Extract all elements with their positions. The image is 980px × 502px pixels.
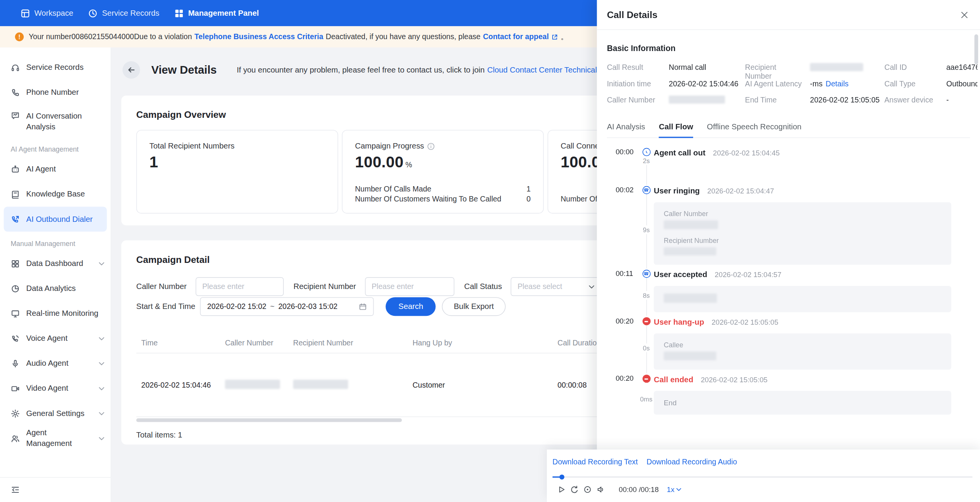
sidebar-item-label: Phone Number — [26, 87, 104, 98]
sidebar-item-service-records[interactable]: Service Records — [0, 55, 111, 80]
tab-offline-speech-recognition[interactable]: Offline Speech Recognition — [707, 122, 801, 137]
sidebar-item-voice-agent[interactable]: Voice Agent — [0, 326, 111, 351]
field-value: Outbound — [946, 79, 977, 88]
banner-link-criteria[interactable]: Telephone Business Access Criteria — [194, 33, 323, 41]
close-icon[interactable] — [960, 10, 969, 19]
sidebar-item-ai-outbound-dialer[interactable]: AI Outbound Dialer — [4, 207, 107, 232]
phone-blue-icon: ☎ — [642, 270, 650, 278]
timeline-title: User accepted — [654, 270, 707, 279]
stat-sub-row: Number Of Calls Made 1 — [355, 185, 530, 195]
slider-knob[interactable] — [560, 474, 564, 479]
nav-item-service-records[interactable]: Service Records — [88, 8, 159, 18]
stat-label: Campaign Progress — [355, 142, 424, 150]
sidebar-item-real-time-monitoring[interactable]: Real-time Monitoring — [0, 301, 111, 326]
field-value: 2026-02-02 15:05:05 — [810, 96, 879, 104]
volume-icon[interactable] — [596, 485, 609, 494]
slider-track[interactable] — [553, 476, 973, 477]
sidebar-item-data-analytics[interactable]: Data Analytics — [0, 276, 111, 301]
stat-sub-label: Number Of Calls Made — [355, 185, 431, 195]
collapse-sidebar-icon[interactable] — [11, 485, 20, 494]
date-range-input[interactable]: 2026-02-02 15:02 ~ 2026-02-03 15:02 — [200, 297, 374, 316]
loop-icon[interactable] — [583, 485, 596, 494]
sidebar-item-agent-management[interactable]: Agent Management — [0, 426, 111, 451]
replay-icon[interactable] — [570, 485, 583, 494]
bulk-export-button[interactable]: Bulk Export — [442, 297, 506, 316]
sidebar-item-knowledge-base[interactable]: Knowledge Base — [0, 182, 111, 206]
nav-item-management-panel[interactable]: Management Panel — [174, 8, 259, 18]
basic-information-grid: Call Result Normal call Recipient Number… — [607, 63, 977, 112]
filter-label: Recipient Number — [293, 282, 356, 291]
redacted-caller-number — [669, 96, 725, 104]
timeline-title: Agent call out — [654, 149, 705, 157]
redacted-caller-number — [225, 379, 280, 388]
external-link-icon — [551, 33, 558, 40]
field-value: - — [946, 96, 949, 104]
column-header-time: Time — [136, 338, 220, 347]
redacted-recipient-number — [664, 247, 717, 255]
timeline-gap: 2s — [643, 156, 650, 165]
player-links: Download Recording Text Download Recordi… — [553, 458, 973, 467]
drawer-scrollbar-thumb[interactable] — [974, 34, 978, 64]
sidebar-item-video-agent[interactable]: Video Agent — [0, 376, 111, 401]
sidebar-item-label: Voice Agent — [26, 333, 93, 344]
download-recording-text-link[interactable]: Download Recording Text — [553, 458, 638, 467]
timeline-title: User ringing — [654, 187, 700, 195]
filter-call-status: Call Status Please select — [464, 277, 601, 296]
dashboard-icon — [11, 259, 20, 268]
field-recipient-number: Recipient Number — [745, 63, 884, 81]
play-button[interactable] — [557, 485, 570, 494]
timeline-offset: 00:00 — [616, 147, 639, 165]
app-root: Workspace Service Records Management Pan… — [0, 0, 980, 502]
field-label: AI Agent Latency — [745, 79, 805, 88]
filter-label: Caller Number — [136, 282, 187, 291]
hangup-red-icon — [642, 317, 650, 325]
sidebar-item-general-settings[interactable]: General Settings — [0, 401, 111, 426]
sidebar-item-phone-number[interactable]: Phone Number — [0, 80, 111, 105]
sidebar-menu: Service Records Phone Number AI Conversa… — [0, 48, 111, 477]
arrow-left-icon — [127, 66, 136, 74]
field-answer-device: Answer device - — [884, 96, 978, 104]
stat-unit: % — [406, 160, 412, 169]
sidebar-item-label: Service Records — [26, 62, 104, 73]
timeline-timestamp: 2026-02-02 15:05:05 — [712, 319, 778, 326]
redacted-recipient-number — [810, 63, 863, 71]
cell-caller-number — [220, 379, 288, 390]
info-icon[interactable] — [427, 142, 435, 150]
caller-number-input[interactable] — [195, 277, 283, 296]
filter-time-range: Start & End Time 2026-02-02 15:02 ~ 2026… — [136, 297, 374, 316]
sidebar-item-ai-agent[interactable]: AI Agent — [0, 157, 111, 182]
sidebar: Service Records Phone Number AI Conversa… — [0, 48, 111, 502]
call-status-select[interactable]: Please select — [511, 277, 601, 296]
latency-details-link[interactable]: Details — [826, 79, 849, 88]
sidebar-item-ai-conversation-analysis[interactable]: AI Conversation Analysis — [0, 105, 111, 137]
playback-speed-select[interactable]: 1x — [667, 486, 682, 494]
horizontal-scrollbar-thumb[interactable] — [136, 418, 402, 422]
redacted-recipient-number — [293, 379, 348, 388]
back-button[interactable] — [122, 61, 140, 79]
clock-icon — [88, 8, 98, 18]
timeline-timestamp: 2026-02-02 15:04:45 — [713, 149, 780, 157]
stat-value: 100.00% — [355, 153, 530, 171]
timeline-timestamp: 2026-02-02 15:05:05 — [701, 376, 768, 383]
field-label: Call ID — [884, 63, 941, 72]
sidebar-item-audio-agent[interactable]: Audio Agent — [0, 351, 111, 376]
download-recording-audio-link[interactable]: Download Recording Audio — [647, 458, 737, 467]
timeline-entry-user-accepted: 00:11 ☎ 8s User accepted 2026-02-02 15:0… — [607, 269, 951, 316]
clock-blue-icon — [642, 148, 650, 156]
tab-call-flow[interactable]: Call Flow — [659, 122, 693, 137]
sidebar-item-label: Knowledge Base — [26, 189, 104, 200]
banner-link-appeal[interactable]: Contact for appeal — [483, 33, 549, 41]
sidebar-section-title: AI Agent Management — [0, 137, 111, 157]
nav-item-workspace[interactable]: Workspace — [21, 8, 73, 18]
filter-label: Start & End Time — [136, 302, 195, 311]
chevron-down-icon — [99, 335, 104, 341]
tab-ai-analysis[interactable]: AI Analysis — [607, 122, 645, 137]
drawer-body: Basic Information Call Result Normal cal… — [597, 44, 980, 418]
stat-total-recipient-numbers: Total Recipient Numbers 1 — [136, 130, 338, 213]
calendar-icon — [359, 302, 367, 310]
search-button[interactable]: Search — [386, 297, 436, 316]
sidebar-item-data-dashboard[interactable]: Data Dashboard — [0, 251, 111, 276]
recipient-number-input[interactable] — [365, 277, 454, 296]
playback-slider[interactable] — [553, 474, 973, 479]
sidebar-item-label: AI Agent — [26, 164, 104, 175]
